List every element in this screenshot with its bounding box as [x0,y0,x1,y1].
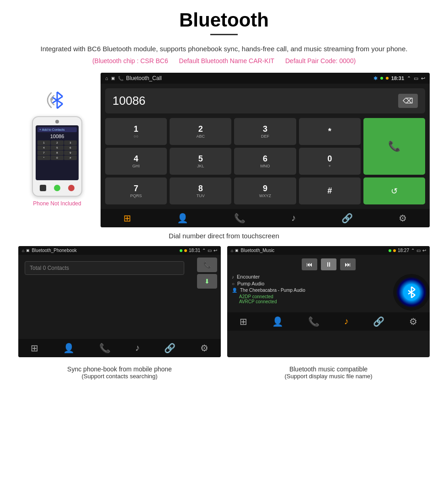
key-1[interactable]: 1○○ [105,118,167,145]
menu-icon[interactable]: ⌃ [407,75,411,81]
spec1: (Bluetooth chip : CSR BC6 [92,57,168,64]
back-icon[interactable]: ↩ [421,75,425,81]
phonebook-search[interactable]: Total 0 Contacts [25,261,184,275]
mu-call-log-icon[interactable]: 📞 [308,316,320,327]
phone-key-3[interactable]: 3 [64,140,77,145]
phone-key-hash[interactable]: # [64,156,77,160]
phone-camera-area [36,120,79,123]
mu-contacts-icon[interactable]: 👤 [272,316,283,327]
key-5[interactable]: 5JKL [170,148,231,175]
mu-menu[interactable]: ⌃ [411,248,415,253]
avrcp-connected: AVRCP connected [232,299,383,304]
phone-btn-left[interactable] [40,185,46,191]
key-6[interactable]: 6MNO [234,148,296,175]
phone-screen: + Add to Contacts 10086 1 2 3 4 5 6 7 8 … [36,125,79,180]
phone-key-5[interactable]: 5 [51,145,64,150]
key-0[interactable]: 0+ [299,148,361,175]
settings-icon[interactable]: ⚙ [399,213,407,224]
mu-link-icon[interactable]: 🔗 [373,316,384,327]
key-2[interactable]: 2ABC [170,118,231,145]
music-album-area: ♪ Encounter ○ Pump Audio 👤 The Cheebacab… [227,272,430,312]
key-hash[interactable]: # [299,177,361,204]
phone-key-6[interactable]: 6 [64,145,77,150]
key-7[interactable]: 7PQRS [105,177,167,204]
keypad-grid: 1○○ 2ABC 3DEF * 📞 4GHI 5JKL 6MNO 0+ 7PQR… [101,118,430,209]
phone-key-4[interactable]: 4 [37,145,50,150]
next-button[interactable]: ⏭ [340,258,356,270]
svg-line-3 [57,104,63,108]
contacts-icon[interactable]: 👤 [177,213,188,224]
car-dialer-screen: ⌂ ▣ 📞 Bluetooth_Call ✱ 18:31 ⌃ ▭ ↩ 10086… [101,73,430,227]
pb-dot1 [180,249,182,252]
phone-end-btn[interactable] [68,185,75,191]
pb-settings-icon[interactable]: ⚙ [200,343,208,354]
mu-settings-icon[interactable]: ⚙ [409,316,417,327]
svg-line-1 [57,92,63,97]
mu-time: 18:27 [398,248,409,253]
pb-call-log-icon[interactable]: 📞 [99,343,111,354]
music-track2-row: ○ Pump Audio [232,281,383,286]
bt-status-icon: ✱ [373,75,378,81]
network-dot [380,77,383,80]
backspace-button[interactable]: ⌫ [398,94,418,108]
mu-window[interactable]: ▭ [416,248,421,253]
track3-text: The Cheebacabra - Pump Audio [240,288,305,293]
mu-home-icon[interactable]: ⌂ [231,248,233,253]
pb-menu[interactable]: ⌃ [202,248,206,253]
pb-download-button[interactable]: ⬇ [197,274,217,289]
pb-time: 18:31 [189,248,200,253]
key-4[interactable]: 4GHI [105,148,167,175]
phone-key-1[interactable]: 1 [37,140,50,145]
phone-key-8[interactable]: 8 [51,150,64,155]
pb-dot2 [184,249,187,252]
call-button[interactable]: 📞 [363,118,425,175]
window-icon[interactable]: ▭ [414,75,418,81]
dialer-time: 18:31 [391,75,404,81]
key-3[interactable]: 3DEF [234,118,296,145]
mu-keypad-icon[interactable]: ⊞ [240,316,247,327]
pb-call-button[interactable]: 📞 [197,258,217,272]
main-caption: Dial number direct from touchscreen [18,232,430,240]
pb-contacts-icon[interactable]: 👤 [63,343,75,354]
home-icon[interactable]: ⌂ [105,75,108,81]
music-bottom-bar: ⊞ 👤 📞 ♪ 🔗 ⚙ [227,312,430,331]
music-icon[interactable]: ♪ [291,213,296,224]
key-9[interactable]: 9WXYZ [234,177,296,204]
phone-key-7[interactable]: 7 [37,150,50,155]
key-star[interactable]: * [299,118,361,145]
mu-signal-icon: ▣ [235,248,239,252]
keypad-icon[interactable]: ⊞ [123,213,131,224]
phone-call-btn[interactable] [54,185,60,191]
redial-button[interactable]: ↺ [363,177,425,204]
mu-back[interactable]: ↩ [422,248,426,253]
pb-home-icon[interactable]: ⌂ [22,248,24,253]
play-pause-button[interactable]: ⏸ [321,258,336,270]
phonebook-statusbar: ⌂ ▣ Bluetooth_Phonebook 18:31 ⌃ ▭ ↩ [18,246,221,255]
pb-keypad-icon[interactable]: ⊞ [31,343,38,354]
phone-not-included-label: Phone Not Included [33,200,81,207]
music-statusbar: ⌂ ▣ Bluetooth_Music 18:27 ⌃ ▭ ↩ [227,246,430,255]
link-icon[interactable]: 🔗 [341,213,353,224]
pb-window[interactable]: ▭ [208,248,212,253]
pb-back[interactable]: ↩ [213,248,217,253]
note-icon: ♪ [232,274,234,279]
key-8[interactable]: 8TUV [170,177,231,204]
phone-key-0[interactable]: 0 [51,156,64,160]
network-dot2 [386,77,389,80]
vinyl-disc [393,274,430,311]
call-log-icon[interactable]: 📞 [234,213,245,224]
pb-music-icon[interactable]: ♪ [135,343,139,354]
mu-music-icon[interactable]: ♪ [344,316,348,327]
music-screen: ⌂ ▣ Bluetooth_Music 18:27 ⌃ ▭ ↩ ⏮ ⏸ ⏭ ♪ … [227,246,430,357]
prev-button[interactable]: ⏮ [302,258,317,270]
spec3: Default Pair Code: 0000) [285,57,356,64]
spec2: Default Bluetooth Name CAR-KIT [179,57,275,64]
phone-key-9[interactable]: 9 [64,150,77,155]
phone-key-2[interactable]: 2 [51,140,64,145]
track1-text: Encounter [237,274,260,279]
phone-key-star[interactable]: * [37,156,50,160]
dialer-statusbar: ⌂ ▣ 📞 Bluetooth_Call ✱ 18:31 ⌃ ▭ ↩ [101,73,430,84]
pb-link-icon[interactable]: 🔗 [164,343,176,354]
mu-dot1 [389,249,391,252]
a2dp-connected: A2DP connected [232,294,383,299]
